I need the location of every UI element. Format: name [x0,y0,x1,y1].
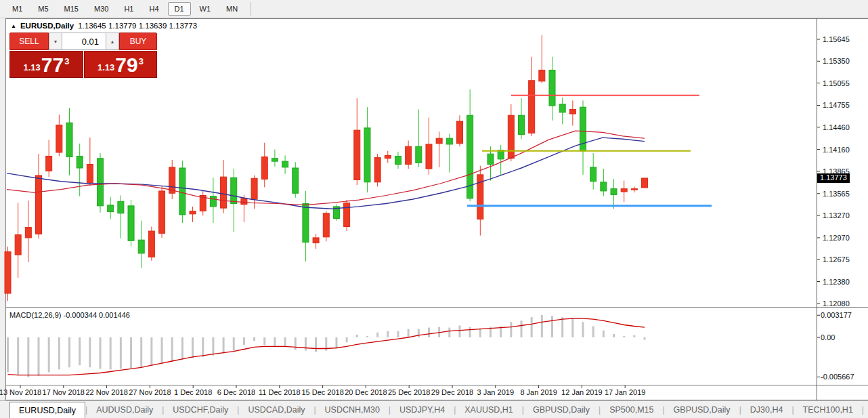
chart-tab-dj30-h4[interactable]: DJ30,H4 [741,401,792,418]
price-axis-tick: 1.12675 [823,255,850,264]
macd-axis-tick: 0.00 [821,333,835,341]
date-axis-label: 11 Dec 2018 [259,388,301,396]
ask-price-panel[interactable]: 1.13793 [84,51,157,78]
ask-pipette: 3 [139,56,144,66]
chart-symbol-label: EURUSD,Daily [20,22,74,30]
date-axis-label: 6 Dec 2018 [217,388,255,396]
chart-tab-ukoil-h1[interactable]: UKOil,H1 [864,401,868,418]
macd-indicator-label: MACD(12,26,9) -0.000344 0.001446 [9,311,130,319]
date-axis-label: 17 Nov 2018 [43,388,85,396]
chart-tab-usdcnh-m30[interactable]: USDCNH,M30 [316,401,389,418]
chart-tab-usdcad-daily[interactable]: USDCAD,Daily [239,401,313,418]
date-axis-label: 22 Nov 2018 [85,388,127,396]
price-axis-tick: 1.12380 [823,278,850,286]
date-axis-label: 12 Jan 2019 [561,388,603,396]
chart-tab-eurusd-daily[interactable]: EURUSD,Daily [9,402,85,418]
chart-tab-tech100-h1[interactable]: TECH100,H1 [794,401,862,418]
ask-prefix: 1.13 [97,62,114,72]
chart-ohlc-values: 1.13645 1.13779 1.13639 1.13773 [78,22,197,30]
date-axis-label: 15 Dec 2018 [301,388,343,396]
bid-pipette: 3 [64,56,69,66]
chart-tab-bar: EURUSD,Daily|AUDUSD,Daily|USDCHF,Daily|U… [0,400,868,418]
date-axis-label: 1 Dec 2018 [174,388,212,396]
pane-splitter[interactable] [5,307,868,308]
volume-increase-button[interactable]: ▲ [106,33,119,50]
macd-axis-tick: 0.003177 [821,311,852,319]
macd-pane-bottom-border [5,385,868,385]
date-axis-label: 3 Jan 2019 [477,388,514,396]
price-axis-tick: 1.13270 [823,211,850,220]
sell-button[interactable]: SELL [9,33,49,50]
date-axis-label: 25 Dec 2018 [388,388,430,396]
date-axis-label: 20 Dec 2018 [345,388,387,396]
one-click-trade-panel: SELL ▼ ▲ BUY 1.13773 1.13793 [9,33,157,78]
date-axis-label: 13 Nov 2018 [0,388,41,396]
price-axis-tick: 1.13565 [823,190,850,198]
price-axis-tick: 1.15055 [823,79,850,87]
price-axis-tick: 1.14755 [823,101,850,109]
price-axis-tick: 1.14160 [823,146,850,154]
macd-axis-tick: -0.005667 [821,373,854,381]
price-axis-tick: 1.15350 [823,57,850,65]
price-axis-border [817,18,817,400]
chart-tab-xauusd-h1[interactable]: XAUUSD,H1 [456,401,522,418]
chart-tab-gbpusd-daily[interactable]: GBPUSD,Daily [524,401,599,418]
price-axis-tick: 1.12970 [823,234,850,242]
chart-tab-sp500-m15[interactable]: SP500,M15 [601,401,662,418]
chart-tab-usdchf-daily[interactable]: USDCHF,Daily [164,401,237,418]
current-price-badge: 1.13773 [817,173,850,183]
volume-input[interactable] [62,33,106,50]
bid-prefix: 1.13 [24,62,41,72]
chart-tab-gbpusd-daily[interactable]: GBPUSD,Daily [665,401,739,418]
chart-tab-audusd-daily[interactable]: AUDUSD,Daily [87,401,162,418]
date-axis-label: 8 Jan 2019 [520,388,557,396]
chart-header: ▲ EURUSD,Daily 1.13645 1.13779 1.13639 1… [11,22,197,30]
volume-decrease-button[interactable]: ▼ [49,33,62,50]
chart-tab-usdjpy-h4[interactable]: USDJPY,H4 [391,401,454,418]
date-axis-label: 29 Dec 2018 [431,388,473,396]
date-axis-label: 27 Nov 2018 [129,388,171,396]
price-axis-tick: 1.15645 [823,35,850,43]
buy-button[interactable]: BUY [119,33,157,50]
price-axis-tick: 1.12080 [823,299,850,308]
date-axis-label: 17 Jan 2019 [605,388,646,396]
ask-big-digits: 79 [115,55,137,75]
bid-big-digits: 77 [41,55,64,75]
collapse-panel-icon[interactable]: ▲ [11,23,16,29]
price-axis-tick: 1.14460 [823,123,850,131]
bid-price-panel[interactable]: 1.13773 [9,51,83,78]
